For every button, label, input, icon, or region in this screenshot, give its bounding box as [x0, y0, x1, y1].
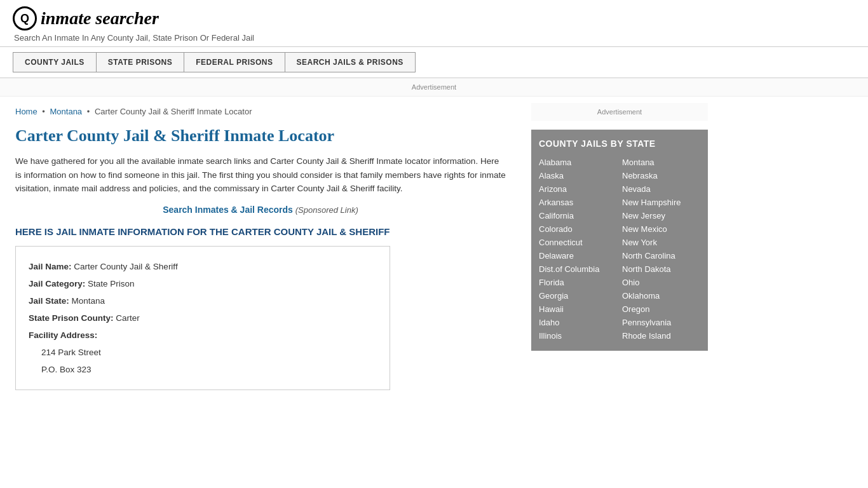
sponsored-text: (Sponsored Link)	[295, 205, 358, 215]
address-line2: P.O. Box 323	[41, 361, 377, 378]
state-link[interactable]: Oklahoma	[622, 290, 700, 302]
search-jails-prisons-button[interactable]: SEARCH JAILS & PRISONS	[285, 52, 416, 72]
jail-state-value: Montana	[72, 296, 105, 306]
facility-address-row: Facility Address:	[29, 327, 377, 344]
state-prison-county-row: State Prison County: Carter	[29, 309, 377, 327]
state-list-box: COUNTY JAILS BY STATE AlabamaMontanaAlas…	[531, 130, 708, 351]
state-list-title: COUNTY JAILS BY STATE	[539, 139, 700, 149]
address-line1: 214 Park Street	[41, 344, 377, 361]
state-link[interactable]: Alabama	[539, 156, 617, 168]
state-link[interactable]: Delaware	[539, 250, 617, 262]
state-prison-county-label: State Prison County:	[29, 313, 114, 323]
facility-address-label: Facility Address:	[29, 330, 97, 340]
breadcrumb-state[interactable]: Montana	[50, 107, 83, 116]
jail-category-label: Jail Category:	[29, 279, 85, 288]
search-inmates-link[interactable]: Search Inmates & Jail Records	[163, 205, 293, 215]
jail-name-value: Carter County Jail & Sheriff	[74, 262, 177, 271]
logo-icon: Q	[13, 6, 37, 30]
federal-prisons-button[interactable]: FEDERAL PRISONS	[184, 52, 284, 72]
state-link[interactable]: North Dakota	[622, 263, 700, 275]
nav-buttons: COUNTY JAILS STATE PRISONS FEDERAL PRISO…	[13, 52, 855, 72]
state-link[interactable]: Idaho	[539, 316, 617, 329]
breadcrumb-home[interactable]: Home	[15, 107, 37, 116]
jail-category-row: Jail Category: State Prison	[29, 275, 377, 292]
state-link[interactable]: Rhode Island	[622, 330, 700, 342]
state-link[interactable]: Alaska	[539, 170, 617, 182]
breadcrumb-sep2: •	[87, 107, 90, 116]
state-link[interactable]: Connecticut	[539, 236, 617, 248]
state-link[interactable]: Illinois	[539, 330, 617, 342]
state-link[interactable]: Arizona	[539, 183, 617, 195]
jail-name-row: Jail Name: Carter County Jail & Sheriff	[29, 258, 377, 275]
section-heading: HERE IS JAIL INMATE INFORMATION FOR THE …	[15, 226, 506, 237]
jail-name-label: Jail Name:	[29, 262, 72, 271]
breadcrumb-sep1: •	[42, 107, 45, 116]
breadcrumb-current: Carter County Jail & Sheriff Inmate Loca…	[95, 107, 252, 116]
sidebar: Advertisement COUNTY JAILS BY STATE Alab…	[521, 97, 718, 400]
county-jails-button[interactable]: COUNTY JAILS	[13, 52, 96, 72]
state-link[interactable]: Pennsylvania	[622, 316, 700, 329]
state-link[interactable]: Nevada	[622, 183, 700, 195]
state-link[interactable]: Dist.of Columbia	[539, 263, 617, 275]
state-link[interactable]: Ohio	[622, 276, 700, 288]
state-link[interactable]: Oregon	[622, 303, 700, 315]
state-link[interactable]: New Jersey	[622, 210, 700, 222]
logo-area: Q inmate searcher	[13, 6, 855, 30]
state-link[interactable]: Hawaii	[539, 303, 617, 315]
ad-banner-top: Advertisement	[0, 78, 868, 97]
state-link[interactable]: New Mexico	[622, 223, 700, 235]
info-box: Jail Name: Carter County Jail & Sheriff …	[15, 246, 390, 390]
tagline: Search An Inmate In Any County Jail, Sta…	[14, 33, 855, 43]
state-link[interactable]: Montana	[622, 156, 700, 168]
page-title: Carter County Jail & Sheriff Inmate Loca…	[15, 126, 506, 146]
state-link[interactable]: New Hampshire	[622, 196, 700, 208]
breadcrumb: Home • Montana • Carter County Jail & Sh…	[15, 107, 506, 116]
page-description: We have gathered for you all the availab…	[15, 154, 506, 196]
state-link[interactable]: Colorado	[539, 223, 617, 235]
state-list-grid: AlabamaMontanaAlaskaNebraskaArizonaNevad…	[539, 156, 700, 342]
jail-state-label: Jail State:	[29, 296, 69, 306]
search-link-area: Search Inmates & Jail Records (Sponsored…	[15, 205, 506, 215]
state-link[interactable]: Nebraska	[622, 170, 700, 182]
nav: COUNTY JAILS STATE PRISONS FEDERAL PRISO…	[0, 47, 868, 78]
main-layout: Home • Montana • Carter County Jail & Sh…	[0, 97, 868, 400]
state-link[interactable]: North Carolina	[622, 250, 700, 262]
state-prisons-button[interactable]: STATE PRISONS	[96, 52, 184, 72]
jail-state-row: Jail State: Montana	[29, 292, 377, 309]
state-prison-county-value: Carter	[116, 313, 140, 323]
state-link[interactable]: Georgia	[539, 290, 617, 302]
state-link[interactable]: New York	[622, 236, 700, 248]
content-area: Home • Montana • Carter County Jail & Sh…	[0, 97, 521, 400]
state-link[interactable]: Arkansas	[539, 196, 617, 208]
header: Q inmate searcher Search An Inmate In An…	[0, 0, 868, 47]
state-link[interactable]: California	[539, 210, 617, 222]
jail-category-value: State Prison	[88, 279, 135, 288]
sidebar-ad: Advertisement	[531, 103, 708, 121]
state-link[interactable]: Florida	[539, 276, 617, 288]
logo-text: inmate searcher	[41, 8, 159, 29]
